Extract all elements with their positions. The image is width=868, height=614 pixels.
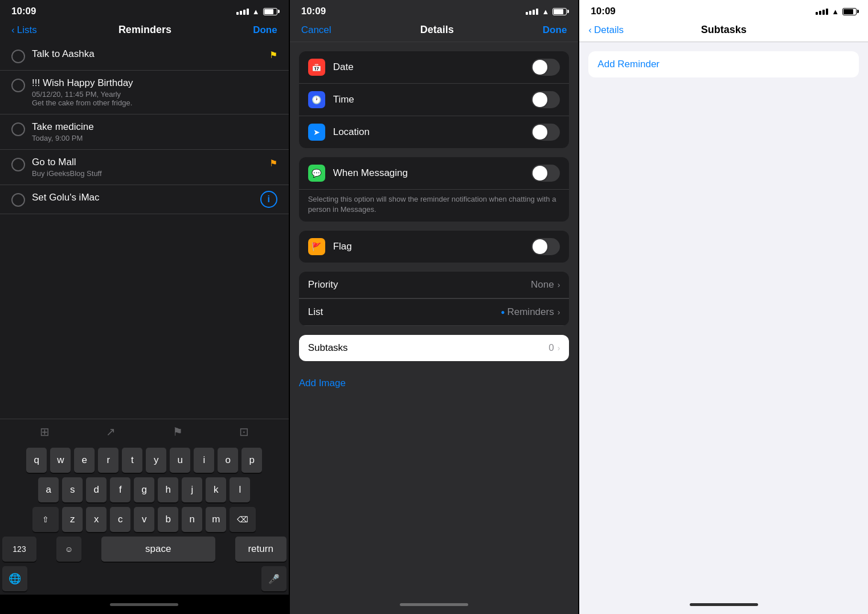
back-button-3[interactable]: ‹ Details (588, 24, 624, 36)
location-toggle[interactable] (531, 124, 560, 141)
key-a[interactable]: a (38, 477, 59, 502)
toolbar-location-icon[interactable]: ↗ (106, 425, 116, 439)
key-j[interactable]: j (182, 477, 202, 502)
list-row[interactable]: List ● Reminders › (299, 298, 570, 326)
key-e[interactable]: e (74, 448, 95, 473)
key-backspace[interactable]: ⌫ (230, 507, 256, 532)
info-button-5[interactable]: i (260, 191, 277, 208)
key-z[interactable]: z (62, 507, 83, 532)
phone-subtasks: 10:09 ▲ ‹ Details Subtasks Add Reminder (578, 0, 868, 614)
reminder-content-4: Go to Mall Buy iGeeksBlog Stuff (32, 157, 277, 178)
key-space[interactable]: space (101, 537, 215, 562)
toolbar-flag-icon[interactable]: ⚑ (173, 425, 183, 439)
key-u[interactable]: u (170, 448, 190, 473)
key-r[interactable]: r (98, 448, 118, 473)
key-m[interactable]: m (206, 507, 226, 532)
done-button-2[interactable]: Done (543, 24, 567, 36)
key-b[interactable]: b (158, 507, 178, 532)
status-bar-1: 10:09 ▲ (0, 0, 289, 21)
reminder-item-3[interactable]: Take medicine Today, 9:00 PM (0, 114, 289, 150)
signal-icon-2 (526, 9, 538, 15)
battery-icon-2 (552, 8, 567, 15)
reminder-item-5[interactable]: Set Golu's iMac i (0, 185, 289, 214)
reminder-circle-2[interactable] (11, 79, 25, 92)
nav-bar-3: ‹ Details Subtasks (579, 21, 868, 42)
key-emoji[interactable]: ☺ (56, 537, 81, 562)
priority-row[interactable]: Priority None › (299, 272, 570, 298)
toolbar-keyboard-icon[interactable]: ⊞ (40, 425, 50, 439)
reminder-title-1: Talk to Aashka (32, 48, 277, 60)
status-bar-3: 10:09 ▲ (579, 0, 868, 21)
reminder-circle-5[interactable] (11, 193, 25, 207)
key-h[interactable]: h (158, 477, 178, 502)
key-d[interactable]: d (86, 477, 107, 502)
subtasks-label: Subtasks (308, 342, 549, 354)
details-section-1: 📅 Date 🕐 Time ➤ (299, 51, 570, 148)
time-toggle[interactable] (531, 91, 560, 108)
detail-row-date: 📅 Date (299, 51, 570, 84)
subtasks-card[interactable]: Subtasks 0 › (299, 335, 570, 361)
wifi-icon-3: ▲ (832, 7, 839, 16)
reminder-subtitle-2: 05/12/20, 11:45 PM, YearlyGet the cake f… (32, 90, 277, 107)
key-l[interactable]: l (230, 477, 250, 502)
toolbar-camera-icon[interactable]: ⊡ (239, 425, 249, 439)
flag-icon-4: ⚑ (269, 158, 277, 169)
key-globe[interactable]: 🌐 (2, 566, 27, 591)
list-chevron-icon: › (558, 308, 560, 317)
detail-row-time: 🕐 Time (299, 84, 570, 116)
done-button-1[interactable]: Done (253, 24, 277, 36)
key-o[interactable]: o (218, 448, 238, 473)
key-s[interactable]: s (62, 477, 83, 502)
reminder-item-4[interactable]: Go to Mall Buy iGeeksBlog Stuff ⚑ (0, 150, 289, 185)
key-return[interactable]: return (235, 537, 286, 562)
reminder-circle-1[interactable] (11, 50, 25, 63)
key-c[interactable]: c (110, 507, 130, 532)
key-t[interactable]: t (122, 448, 142, 473)
status-time-3: 10:09 (591, 6, 615, 17)
cancel-button-2[interactable]: Cancel (301, 24, 331, 36)
date-icon: 📅 (308, 59, 325, 76)
key-y[interactable]: y (146, 448, 166, 473)
reminder-item-1[interactable]: Talk to Aashka ⚑ (0, 42, 289, 71)
key-p[interactable]: p (241, 448, 262, 473)
nav-bar-1: ‹ Lists Reminders Done (0, 21, 289, 42)
key-g[interactable]: g (134, 477, 154, 502)
add-image-button[interactable]: Add Image (290, 370, 579, 396)
key-f[interactable]: f (110, 477, 130, 502)
key-k[interactable]: k (206, 477, 226, 502)
key-w[interactable]: w (50, 448, 71, 473)
key-x[interactable]: x (86, 507, 107, 532)
flag-toggle[interactable] (531, 238, 560, 255)
home-indicator-1 (0, 595, 289, 614)
reminder-item-2[interactable]: !!! Wish Happy Birthday 05/12/20, 11:45 … (0, 71, 289, 114)
back-button-1[interactable]: ‹ Lists (11, 24, 37, 36)
add-reminder-button[interactable]: Add Reminder (588, 51, 859, 77)
home-bar-1 (110, 603, 178, 606)
messaging-toggle[interactable] (531, 165, 560, 182)
flag-label: Flag (333, 241, 532, 252)
key-shift[interactable]: ⇧ (32, 507, 59, 532)
key-v[interactable]: v (134, 507, 154, 532)
key-n[interactable]: n (182, 507, 202, 532)
subtasks-row[interactable]: Subtasks 0 › (299, 335, 570, 361)
reminder-circle-3[interactable] (11, 122, 25, 136)
kb-row-2: a s d f g h j k l (2, 477, 286, 502)
date-toggle[interactable] (531, 59, 560, 76)
nav-bar-2: Cancel Details Done (290, 21, 579, 42)
details-section-3: 🚩 Flag (299, 231, 570, 263)
reminder-title-4: Go to Mall (32, 157, 277, 168)
home-bar-3 (690, 603, 758, 606)
key-i[interactable]: i (194, 448, 214, 473)
key-mic[interactable]: 🎤 (261, 566, 286, 591)
key-numbers[interactable]: 123 (2, 537, 36, 562)
list-dot: ● (501, 308, 505, 316)
priority-chevron-icon: › (558, 280, 560, 289)
battery-icon-3 (842, 8, 857, 15)
key-q[interactable]: q (26, 448, 47, 473)
keyboard-1: q w e r t y u i o p a s d f g h j k l ⇧ … (0, 444, 289, 595)
subtasks-body: Add Reminder (579, 42, 868, 595)
time-toggle-knob (533, 92, 547, 107)
phone-details: 10:09 ▲ Cancel Details Done 📅 (289, 0, 579, 614)
messaging-note: Selecting this option will show the remi… (299, 190, 570, 222)
reminder-circle-4[interactable] (11, 158, 25, 171)
